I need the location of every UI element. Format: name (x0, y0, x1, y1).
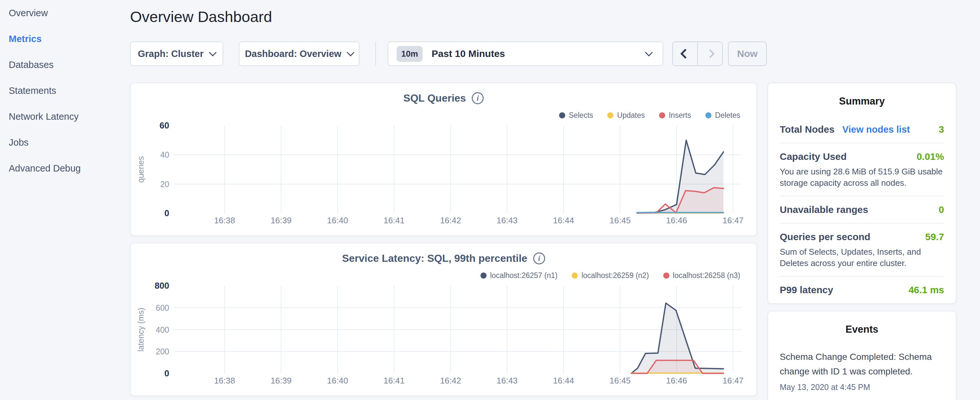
summary-label: P99 latency (780, 284, 833, 296)
x-axis-tick-label: 16:38 (214, 376, 235, 386)
sidebar-item-metrics[interactable]: Metrics (9, 26, 122, 52)
y-axis-unit-label: queries (136, 156, 145, 183)
summary-label: Unavailable ranges (780, 204, 868, 216)
y-axis-tick-label: 0 (164, 369, 169, 378)
summary-label: Total Nodes (780, 123, 834, 135)
dashboard-dropdown-label: Dashboard: Overview (245, 49, 341, 59)
summary-value: 0.01% (916, 150, 944, 163)
x-axis-tick-label: 16:41 (383, 215, 404, 225)
x-axis-tick-label: 16:42 (440, 215, 461, 225)
summary-row-capacity-used: Capacity Used 0.01% You are using 28.6 M… (780, 143, 944, 196)
y-axis-tick-label: 60 (159, 121, 169, 131)
summary-value: 59.7 (925, 231, 944, 243)
y-axis-tick-label: 600 (156, 303, 169, 312)
prev-time-range-button[interactable] (673, 42, 697, 65)
x-axis-tick-label: 16:45 (609, 376, 631, 386)
event-list-item[interactable]: Schema Change Completed: Schema change w… (780, 349, 944, 392)
x-axis-tick-label: 16:47 (722, 215, 743, 225)
summary-label: Capacity Used (780, 150, 847, 163)
summary-description: Sum of Selects, Updates, Inserts, and De… (780, 246, 944, 269)
events-panel: Events Schema Change Completed: Schema c… (767, 311, 956, 400)
summary-value: 46.1 ms (908, 284, 944, 296)
x-axis-tick-label: 16:43 (496, 376, 518, 386)
sidebar-item-databases[interactable]: Databases (9, 52, 122, 78)
sql-queries-chart: 16:3816:3916:4016:4116:4216:4316:4416:45… (131, 83, 758, 237)
y-axis-tick-label: 400 (156, 325, 169, 334)
x-axis-tick-label: 16:46 (666, 215, 687, 225)
sidebar-item-statements[interactable]: Statements (9, 78, 122, 104)
summary-row-p99-latency: P99 latency 46.1 ms (780, 277, 944, 303)
x-axis-tick-label: 16:44 (553, 376, 574, 386)
dashboard-dropdown[interactable]: Dashboard: Overview (239, 41, 360, 66)
x-axis-tick-label: 16:47 (722, 376, 743, 386)
x-axis-tick-label: 16:44 (553, 215, 574, 225)
event-message: Schema Change Completed: Schema change w… (780, 349, 944, 379)
chevron-down-icon (209, 49, 216, 56)
toolbar-divider (375, 41, 376, 66)
sidebar-nav: Overview Metrics Databases Statements Ne… (9, 0, 122, 181)
chevron-left-icon (680, 49, 690, 59)
next-time-range-button[interactable] (697, 42, 722, 65)
events-title: Events (768, 311, 956, 335)
y-axis-unit-label: latency (ms) (136, 308, 145, 351)
service-latency-chart: 16:3816:3916:4016:4116:4216:4316:4416:45… (131, 243, 758, 397)
sidebar-item-jobs[interactable]: Jobs (9, 129, 122, 155)
summary-row-queries-per-second: Queries per second 59.7 Sum of Selects, … (780, 224, 944, 277)
chevron-down-icon (347, 49, 355, 56)
x-axis-tick-label: 16:40 (327, 215, 348, 225)
summary-value: 0 (939, 204, 944, 216)
page-title: Overview Dashboard (130, 8, 272, 25)
time-range-dropdown[interactable]: 10m Past 10 Minutes (388, 41, 663, 66)
x-axis-tick-label: 16:45 (609, 215, 631, 225)
x-axis-tick-label: 16:39 (270, 215, 291, 225)
sidebar-item-network-latency[interactable]: Network Latency (9, 104, 122, 129)
summary-title: Summary (768, 83, 956, 107)
summary-description: You are using 28.6 MiB of 515.9 GiB usab… (780, 166, 944, 189)
now-button[interactable]: Now (728, 41, 767, 66)
x-axis-tick-label: 16:46 (666, 376, 687, 386)
x-axis-tick-label: 16:43 (496, 215, 518, 225)
time-range-badge: 10m (397, 46, 423, 62)
service-latency-chart-card: Service Latency: SQL, 99th percentile lo… (130, 243, 757, 396)
graph-scope-dropdown-label: Graph: Cluster (138, 49, 204, 59)
x-axis-tick-label: 16:38 (214, 215, 235, 225)
sql-queries-chart-card: SQL Queries SelectsUpdatesInsertsDeletes… (130, 83, 757, 236)
event-timestamp: May 13, 2020 at 4:45 PM (780, 382, 944, 392)
time-range-label: Past 10 Minutes (431, 48, 505, 59)
summary-label: Queries per second (780, 231, 870, 243)
sidebar-item-overview[interactable]: Overview (9, 0, 122, 26)
summary-panel: Summary Total Nodes View nodes list 3 Ca… (767, 83, 956, 304)
summary-value: 3 (939, 123, 944, 135)
y-axis-tick-label: 20 (160, 180, 169, 189)
x-axis-tick-label: 16:39 (270, 376, 291, 386)
x-axis-tick-label: 16:42 (440, 376, 461, 386)
chevron-down-icon (645, 49, 652, 56)
y-axis-tick-label: 40 (160, 150, 169, 159)
chevron-right-icon (705, 49, 714, 58)
summary-row-total-nodes: Total Nodes View nodes list 3 (780, 116, 944, 143)
sidebar-item-advanced-debug[interactable]: Advanced Debug (9, 155, 122, 181)
x-axis-tick-label: 16:41 (383, 376, 404, 386)
graph-scope-dropdown[interactable]: Graph: Cluster (130, 41, 223, 66)
summary-row-unavailable-ranges: Unavailable ranges 0 (780, 196, 944, 224)
y-axis-tick-label: 200 (156, 347, 169, 356)
metrics-page: { "sidebar": { "items": [ { "label": "Ov… (0, 0, 980, 400)
x-axis-tick-label: 16:40 (327, 376, 348, 386)
view-nodes-list-link[interactable]: View nodes list (842, 123, 910, 135)
y-axis-tick-label: 800 (155, 281, 169, 291)
y-axis-tick-label: 0 (164, 209, 169, 218)
time-range-pager (672, 41, 723, 66)
